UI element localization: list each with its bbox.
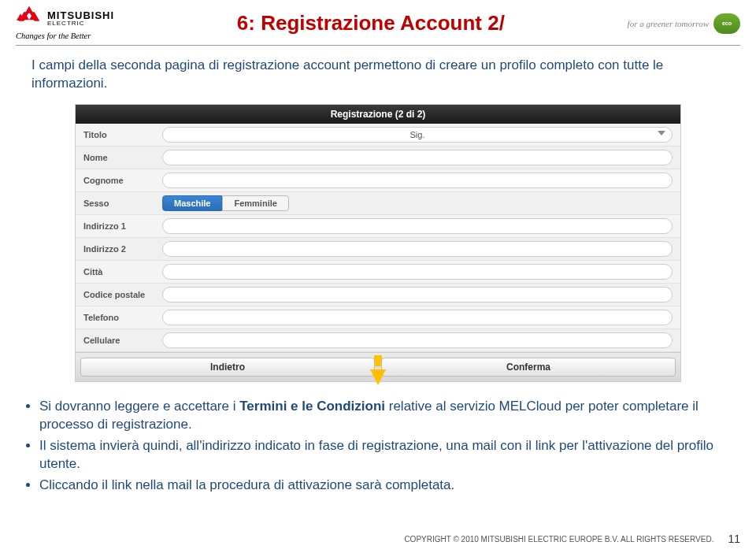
label-citta: Città xyxy=(83,267,162,276)
toggle-maschile[interactable]: Maschile xyxy=(162,195,222,211)
confirm-button[interactable]: Conferma xyxy=(381,358,676,377)
page-number: 11 xyxy=(728,533,740,545)
eco-block: for a greener tomorrow eco xyxy=(628,13,740,34)
select-titolo-value: Sig. xyxy=(410,130,425,139)
row-indirizzo1: Indirizzo 1 xyxy=(76,215,680,238)
mitsubishi-icon xyxy=(16,6,43,30)
row-sesso: Sesso Maschile Femminile xyxy=(76,192,680,215)
bullet-list: Si dovranno leggere e accettare i Termin… xyxy=(0,385,756,495)
row-indirizzo2: Indirizzo 2 xyxy=(76,238,680,261)
row-cellulare: Cellulare xyxy=(76,329,680,352)
row-nome: Nome xyxy=(76,147,680,169)
label-sesso: Sesso xyxy=(83,199,162,208)
label-nome: Nome xyxy=(83,153,162,162)
form-header: Registrazione (2 di 2) xyxy=(76,105,680,124)
eco-badge-icon: eco xyxy=(713,13,740,34)
row-citta: Città xyxy=(76,261,680,284)
intro-text: I campi della seconda pagina di registra… xyxy=(0,46,756,98)
row-telefono: Telefono xyxy=(76,306,680,329)
row-titolo: Titolo Sig. xyxy=(76,124,680,147)
input-cognome[interactable] xyxy=(162,173,673,188)
label-titolo: Titolo xyxy=(83,130,162,139)
bullet-3: Cliccando il link nella mail la procedur… xyxy=(39,477,724,495)
label-cap: Codice postale xyxy=(83,290,162,299)
input-cap[interactable] xyxy=(162,287,673,302)
toggle-femminile[interactable]: Femminile xyxy=(222,195,288,211)
label-telefono: Telefono xyxy=(83,313,162,322)
input-citta[interactable] xyxy=(162,264,673,280)
page-title: 6: Registrazione Account 2/ xyxy=(114,11,627,35)
select-titolo[interactable]: Sig. xyxy=(162,127,673,143)
label-indirizzo1: Indirizzo 1 xyxy=(83,221,162,231)
row-cap: Codice postale xyxy=(76,284,680,306)
svg-marker-4 xyxy=(26,6,32,12)
slide-header: MITSUBISHI ELECTRIC Changes for the Bett… xyxy=(0,0,756,40)
bullet-2: Il sistema invierà quindi, all'indirizzo… xyxy=(39,437,724,473)
bullet-1: Si dovranno leggere e accettare i Termin… xyxy=(39,398,724,434)
label-indirizzo2: Indirizzo 2 xyxy=(83,244,162,254)
copyright-text: COPYRIGHT © 2010 MITSUBISHI ELECTRIC EUR… xyxy=(404,535,713,544)
eco-text: for a greener tomorrow xyxy=(628,19,709,28)
input-telefono[interactable] xyxy=(162,310,673,325)
toggle-sesso: Maschile Femminile xyxy=(162,195,289,211)
brand-logo: MITSUBISHI ELECTRIC Changes for the Bett… xyxy=(16,6,114,40)
input-cellulare[interactable] xyxy=(162,332,673,348)
registration-form: Registrazione (2 di 2) Titolo Sig. Nome … xyxy=(75,104,681,382)
brand-tagline: Changes for the Better xyxy=(16,32,91,40)
back-button[interactable]: Indietro xyxy=(80,358,375,377)
chevron-down-icon xyxy=(658,131,665,135)
slide-footer: COPYRIGHT © 2010 MITSUBISHI ELECTRIC EUR… xyxy=(16,533,740,545)
input-indirizzo1[interactable] xyxy=(162,218,673,234)
row-cognome: Cognome xyxy=(76,169,680,192)
label-cognome: Cognome xyxy=(83,176,162,185)
input-nome[interactable] xyxy=(162,150,673,165)
label-cellulare: Cellulare xyxy=(83,336,162,345)
input-indirizzo2[interactable] xyxy=(162,241,673,257)
